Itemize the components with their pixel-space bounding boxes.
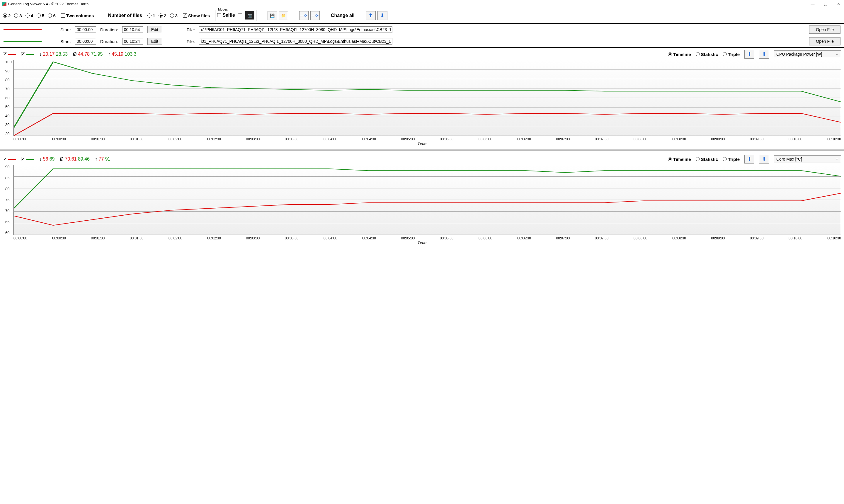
- chart-plot-area: [14, 60, 841, 136]
- numfiles-label: Number of files: [108, 13, 142, 18]
- numfiles-1[interactable]: 1: [147, 13, 155, 18]
- remove-red-refresh-icon[interactable]: —⟳: [299, 11, 309, 20]
- file-path-input[interactable]: [199, 26, 392, 33]
- save-icon[interactable]: 💾: [268, 11, 277, 20]
- file-path-input[interactable]: [199, 38, 392, 44]
- two-columns-checkbox[interactable]: Two columns: [61, 13, 94, 18]
- file-row-1: Start: Duration: Edit File: Open File: [0, 35, 844, 47]
- chart-up-button[interactable]: ⬆: [744, 155, 754, 163]
- open-file-button[interactable]: Open File: [809, 25, 841, 34]
- window-title: Generic Log Viewer 6.4 - © 2022 Thomas B…: [8, 2, 89, 6]
- x-axis-title: Time: [3, 141, 841, 147]
- numfiles-radios: 123: [147, 13, 178, 18]
- edit-button[interactable]: Edit: [147, 38, 162, 45]
- chart-count-2[interactable]: 2: [3, 13, 11, 18]
- minimize-button[interactable]: —: [809, 1, 816, 7]
- file-row-0: Start: Duration: Edit File: Open File: [0, 24, 844, 35]
- global-up-button[interactable]: ⬆: [366, 11, 376, 20]
- duration-label: Duration:: [100, 27, 118, 32]
- start-label: Start:: [60, 39, 71, 44]
- x-axis-labels: 00:00:0000:00:3000:01:0000:01:3000:02:00…: [3, 137, 841, 141]
- open-file-button[interactable]: Open File: [809, 37, 841, 46]
- duration-input[interactable]: [122, 26, 143, 33]
- chart-divider: [0, 149, 844, 151]
- view-triple[interactable]: Triple: [723, 157, 740, 162]
- stat-min: ↓ 56 69: [39, 157, 55, 162]
- file-label: File:: [187, 27, 195, 32]
- stat-max: ↑ 77 91: [95, 157, 110, 162]
- showfiles-label: Show files: [188, 13, 210, 18]
- y-axis-labels: 90858075706560: [5, 165, 10, 235]
- view-statistic[interactable]: Statistic: [696, 157, 718, 162]
- view-statistic[interactable]: Statistic: [696, 52, 718, 57]
- view-timeline[interactable]: Timeline: [668, 52, 691, 57]
- numfiles-3[interactable]: 3: [170, 13, 178, 18]
- maximize-button[interactable]: ▢: [822, 1, 829, 7]
- selfie-checkbox[interactable]: Selfie: [217, 13, 235, 18]
- x-axis-labels: 00:00:0000:00:3000:01:0000:01:3000:02:00…: [3, 236, 841, 240]
- chart-count-4[interactable]: 4: [25, 13, 33, 18]
- chart-count-3[interactable]: 3: [14, 13, 22, 18]
- series-color-swatch: [3, 29, 42, 30]
- series-green-toggle[interactable]: [21, 52, 34, 56]
- numfiles-2[interactable]: 2: [159, 13, 166, 18]
- two-columns-label: Two columns: [66, 13, 94, 18]
- change-all-label: Change all: [331, 13, 355, 18]
- chart-down-button[interactable]: ⬇: [759, 50, 769, 59]
- chart-up-button[interactable]: ⬆: [744, 50, 754, 59]
- remove-green-refresh-icon[interactable]: —⟳: [310, 11, 320, 20]
- duration-input[interactable]: [122, 38, 143, 44]
- stat-avg: Ø 70,61 89,46: [60, 157, 90, 162]
- view-triple[interactable]: Triple: [723, 52, 740, 57]
- stat-avg: Ø 44,78 71,95: [73, 52, 103, 57]
- main-toolbar: 23456 Two columns Number of files 123 Sh…: [0, 8, 844, 24]
- start-label: Start:: [60, 27, 71, 32]
- showfiles-checkbox[interactable]: Show files: [183, 13, 210, 18]
- chart-count-5[interactable]: 5: [37, 13, 44, 18]
- close-button[interactable]: ✕: [835, 1, 842, 7]
- start-input[interactable]: [75, 38, 96, 44]
- file-label: File:: [187, 39, 195, 44]
- selfie-label: Selfie: [222, 13, 235, 18]
- edit-button[interactable]: Edit: [147, 26, 162, 33]
- x-axis-title: Time: [3, 240, 841, 246]
- chart-count-radios: 23456: [3, 13, 56, 18]
- folder-icon[interactable]: 📁: [279, 11, 288, 20]
- start-input[interactable]: [75, 26, 96, 33]
- view-timeline[interactable]: Timeline: [668, 157, 691, 162]
- modes-legend: Modes: [217, 7, 229, 11]
- file-rows: Start: Duration: Edit File: Open File St…: [0, 24, 844, 48]
- chart-block-1: ↓ 56 69 Ø 70,61 89,46 ↑ 77 91 Timeline S…: [0, 153, 844, 247]
- series-color-swatch: [3, 41, 42, 42]
- series-red-toggle[interactable]: [3, 52, 16, 56]
- camera-unknown-checkbox[interactable]: [238, 13, 242, 17]
- app-logo-icon: [2, 2, 6, 6]
- duration-label: Duration:: [100, 39, 118, 44]
- titlebar: Generic Log Viewer 6.4 - © 2022 Thomas B…: [0, 0, 844, 8]
- series-red-toggle[interactable]: [3, 157, 16, 161]
- series-green-toggle[interactable]: [21, 157, 34, 161]
- metric-select[interactable]: CPU Package Power [W]: [774, 50, 841, 58]
- chart-plot-area: [14, 165, 841, 235]
- chart-count-6[interactable]: 6: [48, 13, 55, 18]
- stat-min: ↓ 20,17 28,53: [39, 52, 68, 57]
- camera-icon[interactable]: 📷: [245, 11, 254, 20]
- modes-group: Modes Selfie 📷: [215, 10, 256, 21]
- y-axis-labels: 1009080706050403020: [5, 60, 12, 136]
- chart-block-0: ↓ 20,17 28,53 Ø 44,78 71,95 ↑ 45,19 103,…: [0, 48, 844, 148]
- stat-max: ↑ 45,19 103,3: [108, 52, 136, 57]
- chart-down-button[interactable]: ⬇: [759, 155, 769, 163]
- global-down-button[interactable]: ⬇: [377, 11, 388, 20]
- metric-select[interactable]: Core Max [°C]: [774, 155, 841, 163]
